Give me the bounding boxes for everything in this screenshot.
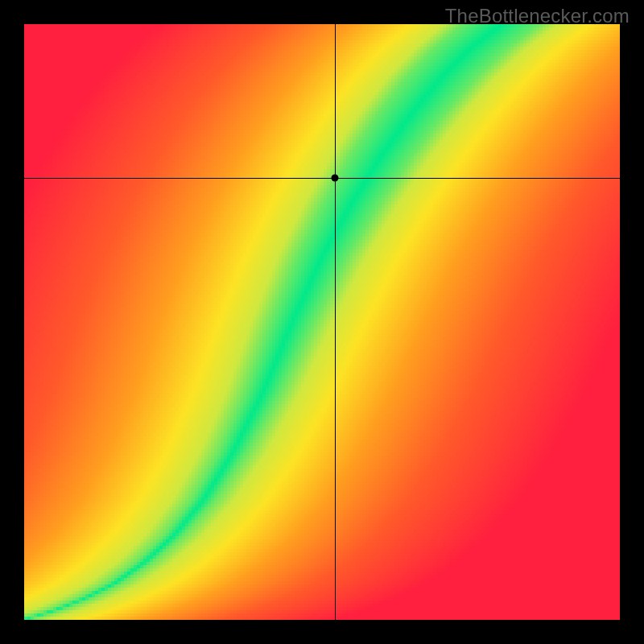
heatmap-plot xyxy=(24,24,620,620)
crosshair-horizontal xyxy=(24,178,620,179)
crosshair-vertical xyxy=(335,24,336,620)
watermark-text: TheBottlenecker.com xyxy=(445,5,630,27)
heatmap-canvas xyxy=(24,24,620,620)
crosshair-marker[interactable] xyxy=(331,174,338,181)
